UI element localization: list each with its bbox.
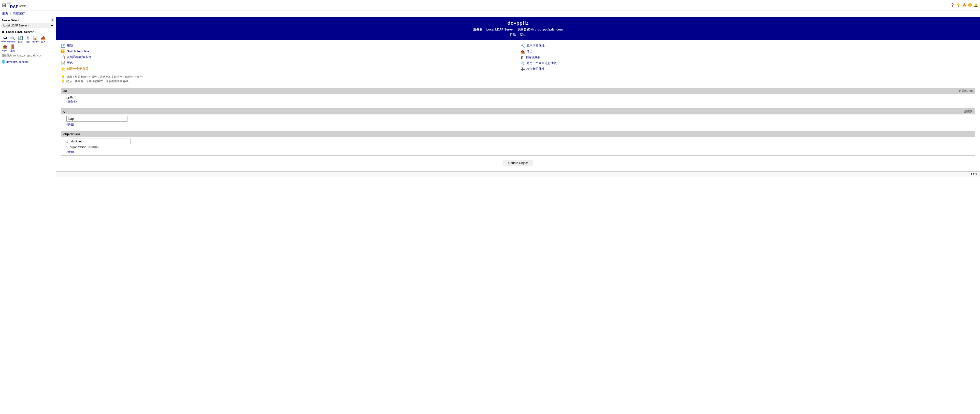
expand-button[interactable]: + <box>51 19 54 22</box>
attr-header-objectclass: objectClass <box>61 132 975 137</box>
toolbar: 🗂 schema 🔍 search 🔄 刷新 ℹ 信息 📊 monitor 📥 <box>2 36 54 52</box>
action-rename-icon: 📝 <box>61 61 65 65</box>
rename-link-dc[interactable]: (重命名) <box>67 100 76 103</box>
action-star-icon: ⭐ <box>61 67 65 71</box>
hints: 💡 提示：想要删除一个属性，请将文本字段清空，然后点击保存。 💡 提示：要查看一… <box>61 75 975 83</box>
action-delete-icon: 🗑 <box>520 56 524 60</box>
toolbar-search[interactable]: 🔍 search <box>9 36 16 44</box>
logo: ⊞ php LDAP admin <box>2 1 26 9</box>
attr-name-o: o <box>64 110 65 113</box>
monitor-icon: 📊 <box>33 36 38 40</box>
toolbar-export[interactable]: 📤 export <box>2 44 9 52</box>
action-compare-icon: 🔍 <box>520 61 525 65</box>
help-icon[interactable]: ❓ <box>950 3 955 7</box>
content-body: 🔄 刷新 🔀 Switch Template 📋 复制和移动该条目 📝 更名 <box>56 40 980 171</box>
action-export[interactable]: 📤 导出 <box>520 49 975 54</box>
version-label: 1.2.5 <box>56 171 980 177</box>
logo-php: php <box>7 1 26 5</box>
toolbar-refresh[interactable]: 🔄 刷新 <box>17 36 24 44</box>
schema-icon: 🗂 <box>3 36 7 40</box>
fire-icon[interactable]: 🔥 <box>962 3 966 7</box>
refresh-icon: 🔄 <box>18 36 23 40</box>
action-rename[interactable]: 📝 更名 <box>61 60 515 66</box>
search-icon: 🔍 <box>10 36 15 40</box>
server-info-icon[interactable]: ℹ <box>35 31 36 33</box>
attr-header-dc: dc 必需的, rdn <box>61 88 975 94</box>
info-btn-objectclass-2[interactable]: ℹ <box>67 145 68 149</box>
server-title: 🖥 Local LDAP Server ℹ <box>2 30 54 34</box>
navbar: 主页 | 清空缓存 <box>0 10 980 17</box>
attr-input-objectclass-1[interactable] <box>70 139 131 144</box>
attr-flags-dc: 必需的, rdn <box>959 89 973 93</box>
topbar-icons: ❓ 💡 🔥 😊 🔔 <box>950 3 978 7</box>
info-icon: ℹ <box>27 36 29 40</box>
attr-body-objectclass: ℹ ℹ organization (结构化) (赋值) <box>61 137 975 155</box>
attr-row-objectclass-2: ℹ organization (结构化) <box>67 145 970 149</box>
smiley-icon[interactable]: 😊 <box>968 3 972 7</box>
action-create-child[interactable]: ⭐ 创建一个子条目 <box>61 66 515 72</box>
toolbar-info[interactable]: ℹ 信息 <box>24 36 32 44</box>
attr-value-dc: pptfz * <box>67 95 970 99</box>
logged-in-label: 已登录为: cn=ldap,dc=pptfz,dc=com <box>2 54 54 57</box>
action-refresh[interactable]: 🔄 刷新 <box>61 43 515 49</box>
update-object-button[interactable]: Update Object <box>503 160 533 166</box>
action-refresh-icon: 🔄 <box>61 44 65 48</box>
server-select-dropdown[interactable]: Local LDAP Server ✓ <box>2 23 54 28</box>
sidebar-header: Server Select: + <box>2 19 54 22</box>
actions-grid: 🔄 刷新 🔀 Switch Template 📋 复制和移动该条目 📝 更名 <box>61 43 975 72</box>
logo-icon: ⊞ <box>2 2 6 8</box>
actions-left: 🔄 刷新 🔀 Switch Template 📋 复制和移动该条目 📝 更名 <box>61 43 515 72</box>
structural-label: (结构化) <box>88 145 99 149</box>
assign-link-o[interactable]: (赋值) <box>67 122 970 126</box>
toolbar-import[interactable]: 📥 导入 <box>40 36 47 44</box>
logo-text: php LDAP admin <box>7 1 26 9</box>
clear-cache-link[interactable]: 清空缓存 <box>13 12 25 15</box>
attr-body-o: (赋值) <box>61 114 975 128</box>
logout-icon: 🚪 <box>10 44 15 49</box>
action-show-internal[interactable]: 🔧 显示内部属性 <box>520 43 975 49</box>
template-info: 样板： 默认 <box>61 32 975 36</box>
lightbulb-icon[interactable]: 💡 <box>956 3 961 7</box>
content-header: dc=pptfz 服务器： Local LDAP Server 识别名 (DN)… <box>56 17 980 40</box>
server-icon: 🖥 <box>2 30 5 34</box>
hint-bulb-icon-2: 💡 <box>61 79 65 83</box>
action-copy-icon: 📋 <box>61 55 65 59</box>
server-select-label: Server Select: <box>2 19 20 22</box>
main-layout: Server Select: + Local LDAP Server ✓ 🖥 L… <box>0 17 980 414</box>
hint-2: 💡 提示：要查看一个属性的格式，请点击属性的名称。 <box>61 79 975 83</box>
action-copy-move[interactable]: 📋 复制和移动该条目 <box>61 54 515 60</box>
action-export-icon: 📤 <box>520 49 525 54</box>
hint-1: 💡 提示：想要删除一个属性，请将文本字段清空，然后点击保存。 <box>61 75 975 79</box>
tree-item-dc[interactable]: 🌐 dc=pptfz, dc=com <box>2 60 54 64</box>
attr-section-objectclass: objectClass ℹ ℹ organization (结构化) (赋值) <box>61 131 975 155</box>
attr-flags-o: 必需的 <box>964 109 973 113</box>
content-meta: 服务器： Local LDAP Server 识别名 (DN)： dc=pptf… <box>61 27 975 32</box>
action-add-icon: ➕ <box>520 67 525 71</box>
action-add-attr[interactable]: ➕ 增加新的属性 <box>520 66 975 72</box>
action-delete[interactable]: 🗑 删除该条目 <box>520 54 975 60</box>
entry-title: dc=pptfz <box>61 20 975 26</box>
toolbar-schema[interactable]: 🗂 schema <box>2 36 9 44</box>
assign-link-objectclass[interactable]: (赋值) <box>67 150 970 154</box>
toolbar-monitor[interactable]: 📊 monitor <box>32 36 39 44</box>
attr-name-dc: dc <box>64 89 67 93</box>
attr-input-o[interactable] <box>67 116 127 122</box>
attr-row-objectclass-1: ℹ <box>67 139 970 144</box>
action-switch-icon: 🔀 <box>61 49 65 53</box>
hint-bulb-icon-1: 💡 <box>61 75 65 79</box>
action-wrench-icon: 🔧 <box>520 44 525 48</box>
attr-body-dc: pptfz * (重命名) <box>61 94 975 105</box>
attr-row-o <box>67 116 970 122</box>
topbar: ⊞ php LDAP admin ❓ 💡 🔥 😊 🔔 <box>0 0 980 10</box>
attr-name-objectclass: objectClass <box>64 133 80 136</box>
info-btn-objectclass-1[interactable]: ℹ <box>67 140 68 143</box>
home-link[interactable]: 主页 <box>2 12 8 15</box>
attr-section-dc: dc 必需的, rdn pptfz * (重命名) <box>61 88 975 105</box>
action-compare[interactable]: 🔍 同另一个条目进行比较 <box>520 60 975 66</box>
logo-ldap-admin: LDAP admin <box>7 5 26 9</box>
objectclass-org-value: organization <box>70 146 86 149</box>
toolbar-logout[interactable]: 🚪 退出 <box>9 44 16 52</box>
action-switch-template[interactable]: 🔀 Switch Template <box>61 49 515 54</box>
actions-right: 🔧 显示内部属性 📤 导出 🗑 删除该条目 🔍 同另一个条目进行比较 <box>520 43 975 72</box>
bell-icon[interactable]: 🔔 <box>974 3 978 7</box>
